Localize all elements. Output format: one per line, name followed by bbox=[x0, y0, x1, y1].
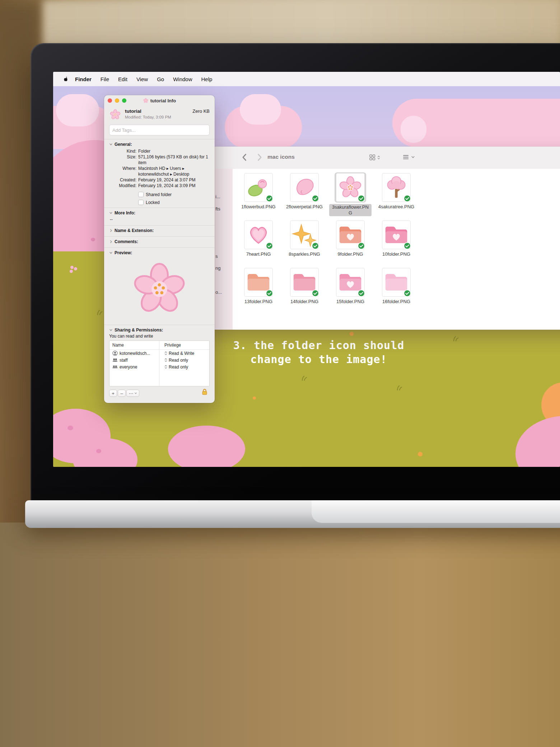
orange-dot bbox=[418, 452, 423, 456]
file-item-folder9[interactable]: 9folder.PNG bbox=[327, 220, 373, 267]
permission-row-everyone[interactable]: everyone Read only bbox=[109, 363, 209, 370]
pink-patch-dot bbox=[96, 449, 101, 453]
more-info-section: More Info: -- bbox=[104, 208, 215, 225]
info-row-size: Size: 571,106 bytes (573 KB on disk) for… bbox=[109, 154, 210, 166]
menu-item-window[interactable]: Window bbox=[173, 76, 192, 82]
small-flower bbox=[70, 266, 74, 269]
updown-chevron-icon bbox=[164, 358, 167, 362]
sync-check-icon bbox=[312, 242, 319, 250]
chevron-down-icon bbox=[109, 211, 113, 215]
file-name: 7heart.PNG bbox=[246, 251, 271, 257]
more-info-disclosure[interactable]: More Info: bbox=[109, 210, 210, 216]
menu-item-edit[interactable]: Edit bbox=[118, 76, 127, 82]
locked-checkbox[interactable]: Locked bbox=[138, 200, 210, 205]
sync-check-icon bbox=[266, 289, 273, 297]
file-item-folder16[interactable]: 16folder.PNG bbox=[373, 267, 419, 315]
stepper-updown-icon bbox=[377, 155, 380, 160]
group-view-control[interactable] bbox=[402, 154, 415, 160]
user-icon bbox=[112, 351, 118, 356]
sharing-disclosure[interactable]: Sharing & Permissions: bbox=[109, 327, 210, 333]
laptop-base-notch bbox=[312, 500, 560, 523]
file-name: 3sakuraflower.PNG bbox=[329, 204, 372, 216]
list-view-icon bbox=[402, 154, 409, 160]
sakura-flower-icon bbox=[143, 98, 149, 103]
menu-bar: Finder File Edit View Go Window Help bbox=[53, 72, 560, 86]
chevron-down-icon bbox=[411, 155, 415, 159]
orange-dot bbox=[253, 396, 256, 400]
sync-check-icon bbox=[312, 289, 319, 297]
permission-actions-button[interactable]: ⋯ bbox=[126, 390, 139, 397]
sidebar-item-fragment[interactable]: o... bbox=[215, 289, 222, 295]
sync-check-icon bbox=[266, 195, 273, 202]
updown-chevron-icon bbox=[164, 365, 167, 369]
lock-icon[interactable] bbox=[201, 388, 208, 396]
file-item-sakuratree[interactable]: 4sakuratree.PNG bbox=[373, 172, 419, 220]
desktop-caption: 3. the folder icon should change to the … bbox=[197, 338, 441, 366]
file-item-sakuraflower-selected[interactable]: 3sakuraflower.PNG bbox=[327, 172, 373, 220]
grid-view-icon bbox=[369, 154, 375, 161]
menu-item-go[interactable]: Go bbox=[157, 76, 164, 82]
file-name: 4sakuratree.PNG bbox=[378, 204, 414, 210]
back-button[interactable] bbox=[241, 153, 248, 162]
file-name: 13folder.PNG bbox=[244, 299, 272, 305]
cloud bbox=[240, 94, 281, 125]
sidebar-item-fragment[interactable]: s bbox=[215, 254, 218, 259]
add-permission-button[interactable]: + bbox=[109, 390, 117, 397]
general-section: General: Kind: Folder Size: 571,106 byte… bbox=[104, 139, 215, 208]
checkbox-box bbox=[138, 192, 144, 197]
forward-button[interactable] bbox=[256, 153, 263, 162]
menu-item-help[interactable]: Help bbox=[201, 76, 213, 82]
add-tags-input[interactable] bbox=[109, 125, 210, 135]
chevron-down-icon bbox=[109, 143, 113, 146]
cloud bbox=[56, 94, 99, 126]
comments-section: Comments: bbox=[104, 236, 215, 247]
finder-toolbar: mac icons bbox=[200, 147, 560, 169]
sidebar-item-fragment[interactable]: ng bbox=[215, 265, 220, 271]
shared-folder-checkbox[interactable]: Shared folder bbox=[138, 192, 210, 197]
general-disclosure[interactable]: General: bbox=[109, 141, 210, 148]
permissions-controls: + – ⋯ bbox=[109, 386, 210, 398]
permission-row-staff[interactable]: staff Read only bbox=[109, 357, 209, 363]
file-item-folder14[interactable]: 14folder.PNG bbox=[281, 267, 327, 315]
sharing-status: You can read and write bbox=[109, 333, 210, 340]
file-item-folder13[interactable]: 13folder.PNG bbox=[235, 267, 281, 315]
sidebar-item-fragment[interactable]: fts bbox=[215, 206, 220, 212]
file-item-folder15[interactable]: 15folder.PNG bbox=[327, 267, 373, 315]
apple-menu-icon[interactable] bbox=[63, 76, 69, 83]
menu-item-finder[interactable]: Finder bbox=[75, 76, 92, 82]
permissions-header: Name Privilege bbox=[109, 341, 209, 350]
name-extension-disclosure[interactable]: Name & Extension: bbox=[109, 227, 210, 234]
file-item-flowerpetal[interactable]: 2flowerpetal.PNG bbox=[281, 172, 327, 220]
chevron-right-icon bbox=[109, 240, 113, 243]
sync-check-icon bbox=[403, 289, 411, 297]
info-row-modified: Modified: February 19, 2024 at 3:09 PM bbox=[109, 183, 210, 189]
minimize-button[interactable] bbox=[115, 98, 119, 103]
menu-item-view[interactable]: View bbox=[136, 76, 148, 82]
orange-dot bbox=[350, 332, 354, 336]
grass-sprout-icon bbox=[452, 336, 459, 342]
finder-window: mac icons i... fts s ng o... bbox=[200, 147, 560, 330]
file-item-heart[interactable]: 7heart.PNG bbox=[235, 220, 281, 267]
file-item-sparkles[interactable]: 8sparkles.PNG bbox=[281, 220, 327, 267]
file-item-flowerbud[interactable]: 1flowerbud.PNG bbox=[235, 172, 281, 220]
cloud bbox=[401, 116, 426, 143]
sharing-permissions-section: Sharing & Permissions: You can read and … bbox=[104, 325, 215, 400]
sync-check-icon bbox=[358, 242, 365, 250]
menu-item-file[interactable]: File bbox=[101, 76, 109, 82]
file-item-folder10[interactable]: 10folder.PNG bbox=[373, 220, 419, 267]
icon-view-control[interactable] bbox=[369, 154, 380, 161]
item-size: Zero KB bbox=[192, 108, 210, 114]
info-row-where: Where: Macintosh HD ▸ Users ▸ kotonewild… bbox=[109, 166, 210, 177]
close-button[interactable] bbox=[108, 98, 112, 103]
group-icon bbox=[112, 357, 118, 363]
preview-section: Preview: bbox=[104, 247, 215, 325]
sidebar-item-fragment[interactable]: i... bbox=[215, 194, 220, 199]
file-grid: 1flowerbud.PNG 2flowerpetal.PNG 3sakuraf… bbox=[235, 172, 419, 315]
permissions-table: Name Privilege kotonewildsch... Read & W… bbox=[109, 340, 210, 386]
permission-row-owner[interactable]: kotonewildsch... Read & Write bbox=[109, 350, 209, 357]
file-name: 10folder.PNG bbox=[382, 251, 410, 257]
comments-disclosure[interactable]: Comments: bbox=[109, 238, 210, 245]
remove-permission-button[interactable]: – bbox=[118, 390, 126, 397]
chevron-down-icon bbox=[134, 392, 137, 395]
preview-disclosure[interactable]: Preview: bbox=[109, 250, 210, 256]
